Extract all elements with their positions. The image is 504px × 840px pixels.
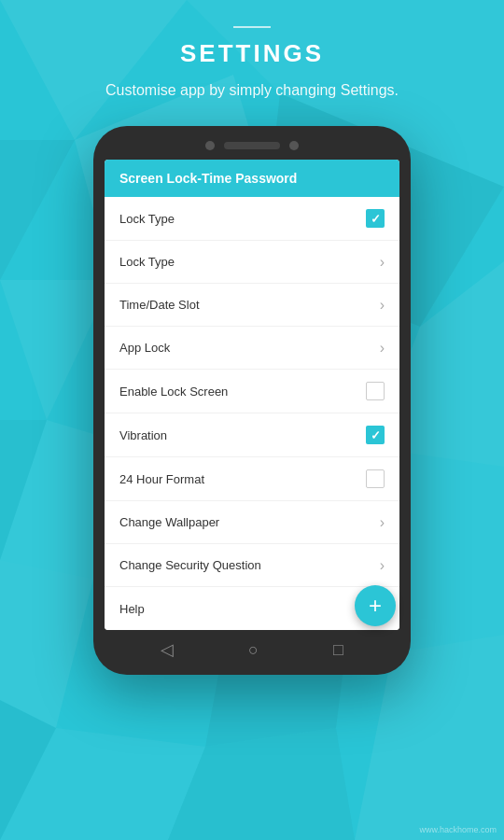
setting-item-app-lock[interactable]: App Lock› — [105, 327, 399, 370]
phone-camera — [205, 141, 215, 150]
setting-label-change-security-question: Change Security Question — [119, 558, 261, 572]
setting-label-enable-lock-screen: Enable Lock Screen — [119, 385, 228, 399]
setting-item-change-wallpaper[interactable]: Change Wallpaper› — [105, 501, 399, 544]
setting-item-24-hour-format[interactable]: 24 Hour Format — [105, 457, 399, 501]
chevron-icon-time-date-slot: › — [380, 297, 385, 314]
setting-label-time-date-slot: Time/Date Slot — [119, 298, 200, 312]
setting-label-lock-type-2: Lock Type — [119, 255, 175, 269]
phone-bottom-nav: ◁ ○ □ — [105, 630, 399, 664]
setting-label-app-lock: App Lock — [119, 341, 170, 355]
phone-device: Screen Lock-Time Password Lock TypeLock … — [93, 126, 411, 675]
chevron-icon-lock-type-2: › — [380, 254, 385, 271]
setting-label-change-wallpaper: Change Wallpaper — [119, 515, 219, 529]
setting-label-lock-type-1: Lock Type — [119, 212, 175, 226]
watermark: www.hackhome.com — [419, 825, 497, 834]
fab-button[interactable]: + — [355, 585, 396, 626]
setting-item-time-date-slot[interactable]: Time/Date Slot› — [105, 284, 399, 327]
chevron-icon-change-wallpaper: › — [380, 514, 385, 531]
screen-header-text: Screen Lock-Time Password — [119, 171, 385, 186]
back-button[interactable]: ◁ — [161, 639, 174, 660]
page-title: SETTINGS — [105, 39, 399, 68]
phone-camera-2 — [289, 141, 299, 150]
setting-label-help: Help — [119, 602, 145, 616]
header-divider — [233, 26, 271, 28]
chevron-icon-change-security-question: › — [380, 557, 385, 574]
checkbox-checked-vibration[interactable] — [366, 426, 385, 444]
phone-top-bar — [105, 141, 399, 150]
phone-screen: Screen Lock-Time Password Lock TypeLock … — [105, 160, 399, 630]
setting-label-vibration: Vibration — [119, 428, 167, 442]
settings-list: Lock TypeLock Type›Time/Date Slot›App Lo… — [105, 197, 399, 630]
header: SETTINGS Customise app by simply changin… — [87, 0, 417, 111]
page-container: SETTINGS Customise app by simply changin… — [0, 0, 504, 840]
phone-speaker — [224, 142, 280, 149]
setting-item-vibration[interactable]: Vibration — [105, 413, 399, 457]
checkbox-empty-enable-lock-screen[interactable] — [366, 382, 385, 400]
setting-item-lock-type-1[interactable]: Lock Type — [105, 197, 399, 241]
setting-item-enable-lock-screen[interactable]: Enable Lock Screen — [105, 370, 399, 413]
checkbox-checked-lock-type-1[interactable] — [366, 209, 385, 228]
chevron-icon-app-lock: › — [380, 340, 385, 357]
home-button[interactable]: ○ — [248, 640, 259, 660]
recent-button[interactable]: □ — [333, 640, 343, 660]
screen-header: Screen Lock-Time Password — [105, 160, 399, 197]
setting-item-lock-type-2[interactable]: Lock Type› — [105, 241, 399, 284]
checkbox-empty-24-hour-format[interactable] — [366, 469, 385, 488]
setting-label-24-hour-format: 24 Hour Format — [119, 472, 204, 486]
header-subtitle: Customise app by simply changing Setting… — [105, 79, 399, 102]
setting-item-change-security-question[interactable]: Change Security Question› — [105, 544, 399, 587]
fab-plus-icon: + — [369, 595, 382, 617]
